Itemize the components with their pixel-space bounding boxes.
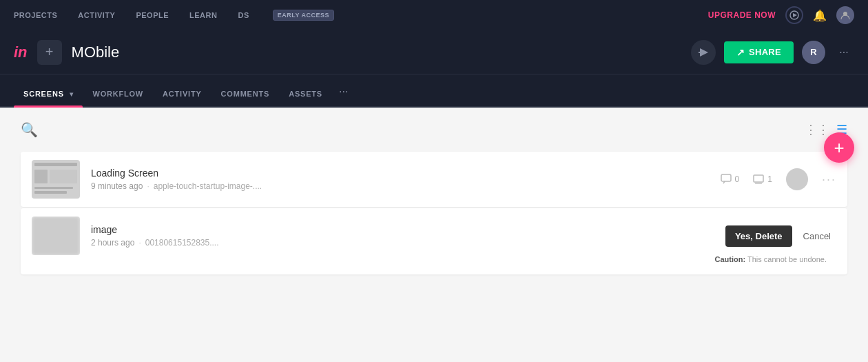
share-icon: ↗ — [736, 47, 745, 58]
top-nav: PROJECTS ACTIVITY PEOPLE LEARN DS EARLY … — [0, 0, 868, 30]
screen-info: Loading Screen 9 minutes ago · apple-tou… — [91, 168, 710, 191]
project-header-left: in + MObile — [14, 40, 119, 65]
early-access-badge: EARLY ACCESS — [273, 10, 334, 21]
more-menu-button[interactable]: ··· — [834, 42, 854, 63]
meta-dot: · — [138, 238, 141, 248]
svg-marker-1 — [793, 13, 797, 17]
yes-delete-button[interactable]: Yes, Delete — [725, 225, 792, 247]
grid-view-icon[interactable]: ⋮⋮ — [805, 122, 829, 137]
screen-thumbnail — [32, 160, 80, 199]
screen-filename: 00180615152835.... — [145, 238, 219, 248]
preview-icon — [753, 174, 764, 185]
screen-more-button[interactable]: ··· — [822, 172, 836, 187]
nav-activity[interactable]: ACTIVITY — [78, 11, 115, 19]
project-header: in + MObile ↗ SHARE R ··· — [0, 30, 868, 74]
comment-icon — [721, 174, 732, 185]
screen-actions: 0 1 ··· — [721, 168, 836, 190]
bell-icon[interactable]: 🔔 — [813, 9, 827, 22]
tab-assets[interactable]: ASSETS — [279, 90, 332, 106]
svg-rect-6 — [754, 175, 763, 182]
screen-meta: 2 hours ago · 00180615152835.... — [91, 238, 714, 248]
tab-screens[interactable]: SCREENS ▾ — [14, 90, 83, 106]
caution-text: Caution: This cannot be undone. — [715, 255, 827, 263]
ds-label: DS — [238, 11, 249, 19]
screen-name: Loading Screen — [91, 168, 710, 179]
invision-logo[interactable]: in — [14, 43, 28, 61]
screen-info: image 2 hours ago · 00180615152835.... — [91, 224, 714, 248]
liveshare-button[interactable] — [691, 40, 716, 65]
svg-rect-7 — [755, 183, 762, 184]
previews-stat: 1 — [753, 174, 772, 185]
add-project-button[interactable]: + — [37, 40, 62, 65]
cancel-button[interactable]: Cancel — [798, 225, 836, 247]
screen-list: Loading Screen 9 minutes ago · apple-tou… — [21, 152, 847, 274]
top-nav-right: UPGRADE NOW 🔔 — [708, 6, 854, 24]
screen-item[interactable]: image 2 hours ago · 00180615152835.... Y… — [21, 208, 847, 274]
comments-count: 0 — [735, 174, 740, 184]
nav-learn[interactable]: LEARN — [189, 11, 217, 19]
screen-name: image — [91, 224, 714, 235]
svg-rect-5 — [721, 174, 731, 181]
caution-label: Caution: — [715, 255, 746, 263]
screen-time: 2 hours ago — [91, 238, 134, 248]
main-content: 🔍 ⋮⋮ ☰ — [0, 108, 868, 314]
tab-comments[interactable]: COMMENTS — [211, 90, 280, 106]
screen-meta: 9 minutes ago · apple-touch-startup-imag… — [91, 181, 710, 191]
upgrade-now-button[interactable]: UPGRADE NOW — [708, 10, 776, 20]
svg-marker-3 — [700, 48, 708, 57]
nav-people[interactable]: PEOPLE — [136, 11, 169, 19]
tab-screens-dropdown[interactable]: ▾ — [70, 90, 74, 98]
comments-stat: 0 — [721, 174, 740, 185]
top-nav-left: PROJECTS ACTIVITY PEOPLE LEARN DS EARLY … — [14, 10, 334, 21]
screen-filename: apple-touch-startup-image-.... — [154, 181, 262, 191]
tab-activity[interactable]: ACTIVITY — [153, 90, 211, 106]
user-avatar-r[interactable]: R — [802, 41, 825, 64]
share-button[interactable]: ↗ SHARE — [724, 41, 794, 63]
screen-time: 9 minutes ago — [91, 181, 143, 191]
project-title: MObile — [72, 43, 120, 61]
project-header-right: ↗ SHARE R ··· — [691, 40, 854, 65]
search-icon[interactable]: 🔍 — [21, 121, 38, 138]
caution-message: This cannot be undone. — [747, 255, 827, 263]
delete-confirm-area: Yes, Delete Cancel — [725, 225, 836, 247]
tab-bar: SCREENS ▾ WORKFLOW ACTIVITY COMMENTS ASS… — [0, 74, 868, 108]
blurred-thumbnail — [32, 217, 80, 255]
tab-more-button[interactable]: ··· — [332, 86, 355, 106]
meta-dot: · — [147, 181, 149, 191]
previews-count: 1 — [767, 174, 772, 184]
fab-add-button[interactable]: + — [824, 132, 854, 163]
screen-avatar — [786, 168, 808, 190]
user-avatar-top[interactable] — [836, 6, 854, 24]
screen-thumbnail-blurred — [32, 217, 80, 255]
tab-workflow[interactable]: WORKFLOW — [83, 90, 153, 106]
nav-projects[interactable]: PROJECTS — [14, 11, 57, 19]
liveshare-icon-top[interactable] — [785, 6, 803, 24]
toolbar: 🔍 ⋮⋮ ☰ — [21, 121, 847, 138]
screen-item[interactable]: Loading Screen 9 minutes ago · apple-tou… — [21, 152, 847, 207]
thumbnail-image — [32, 160, 80, 199]
